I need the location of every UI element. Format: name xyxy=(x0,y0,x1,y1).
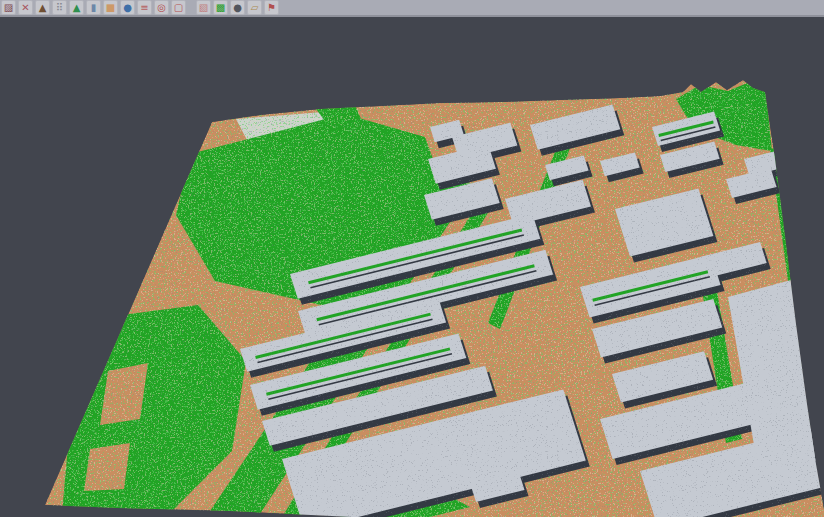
ortho-image-icon[interactable]: ■ xyxy=(103,0,118,15)
toolbar-separator xyxy=(188,0,194,15)
classification-icon[interactable]: ▩ xyxy=(213,0,228,15)
attribute-table-icon[interactable]: ≡ xyxy=(137,0,152,15)
cross-section-icon[interactable]: ✕ xyxy=(18,0,33,15)
extent-icon[interactable]: ▢ xyxy=(171,0,186,15)
measure-icon[interactable]: ▱ xyxy=(247,0,262,15)
application-window: ▨✕▲⠿▲▮■●≡◎▢▧▩●▱⚑ xyxy=(0,0,824,517)
profile-view-icon[interactable]: ▮ xyxy=(86,0,101,15)
point-cloud-icon[interactable]: ⠿ xyxy=(52,0,67,15)
select-area-icon[interactable]: ▨ xyxy=(1,0,16,15)
tin-terrain-icon[interactable]: ▲ xyxy=(35,0,50,15)
clip-region-icon[interactable]: ▧ xyxy=(196,0,211,15)
dem-terrain-icon[interactable]: ▲ xyxy=(69,0,84,15)
classified-point-cloud-scene xyxy=(0,19,824,517)
toolbar: ▨✕▲⠿▲▮■●≡◎▢▧▩●▱⚑ xyxy=(0,0,824,17)
target-icon[interactable]: ◎ xyxy=(154,0,169,15)
flag-icon[interactable]: ⚑ xyxy=(264,0,279,15)
globe-icon[interactable]: ● xyxy=(120,0,135,15)
3d-viewport[interactable] xyxy=(0,19,824,517)
camera-icon[interactable]: ● xyxy=(230,0,245,15)
